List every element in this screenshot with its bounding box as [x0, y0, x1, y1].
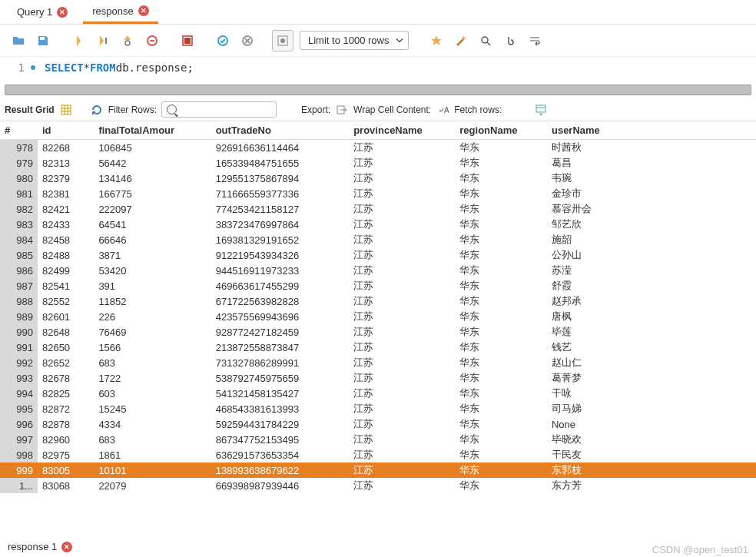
grid-view-icon[interactable] [59, 103, 73, 117]
cell[interactable]: 988 [0, 293, 38, 309]
cell[interactable]: 53420 [94, 263, 211, 278]
invisible-chars-button[interactable] [499, 30, 521, 51]
cell[interactable]: 慕容卅会 [547, 201, 756, 217]
cell[interactable]: 82381 [38, 186, 94, 201]
tab-response-1[interactable]: response 1 [8, 541, 57, 552]
cell[interactable]: 82601 [38, 309, 94, 324]
table-row[interactable]: 9908264876469928772427182459江苏华东毕莲 [0, 324, 756, 340]
cell[interactable]: 江苏 [349, 293, 455, 309]
cell[interactable]: 66646 [94, 232, 211, 247]
cell[interactable]: 华东 [455, 340, 547, 355]
col-outtradeno[interactable]: outTradeNo [211, 121, 350, 140]
cell[interactable]: 993 [0, 370, 38, 386]
cell[interactable]: 22079 [94, 478, 211, 493]
cell[interactable]: 979 [0, 155, 38, 171]
cell[interactable]: 82960 [38, 432, 94, 447]
cell[interactable]: 江苏 [349, 340, 455, 355]
cell[interactable]: 江苏 [349, 247, 455, 263]
table-row[interactable]: 1...8306822079669398987939446江苏华东东方芳 [0, 478, 756, 493]
find-button[interactable] [475, 30, 496, 51]
cell[interactable]: 钱艺 [547, 340, 756, 355]
autocommit-toggle[interactable] [272, 30, 293, 51]
cell[interactable]: 华东 [455, 201, 547, 217]
cell[interactable]: 683 [94, 432, 211, 447]
cell[interactable]: 774253421158127 [211, 201, 350, 217]
rollback-button[interactable] [237, 30, 258, 51]
cell[interactable]: 129551375867894 [211, 171, 350, 186]
cell[interactable]: 江苏 [349, 324, 455, 340]
cell[interactable]: 葛昌 [547, 155, 756, 171]
cell[interactable]: 391 [94, 278, 211, 293]
cell[interactable]: 991 [0, 340, 38, 355]
cell[interactable]: 83068 [38, 478, 94, 493]
cell[interactable]: 222097 [94, 201, 211, 217]
execute-current-button[interactable] [92, 30, 114, 51]
table-row[interactable]: 99482825603541321458135427江苏华东干咏 [0, 386, 756, 401]
close-icon[interactable]: ✕ [61, 542, 72, 552]
cell[interactable]: 56442 [94, 155, 211, 171]
col-id[interactable]: id [38, 121, 94, 140]
table-row[interactable]: 9868249953420944516911973233江苏华东苏滢 [0, 263, 756, 278]
tab-query1[interactable]: Query 1 ✕ [8, 2, 77, 22]
table-row[interactable]: 98282421222097774253421158127江苏华东慕容卅会 [0, 201, 756, 217]
cell[interactable]: 华东 [455, 324, 547, 340]
cell[interactable]: 82421 [38, 201, 94, 217]
cell[interactable]: 毕莲 [547, 324, 756, 340]
cell[interactable]: 912219543934326 [211, 247, 350, 263]
explain-button[interactable] [117, 30, 138, 51]
cell[interactable]: 82458 [38, 232, 94, 247]
table-row[interactable]: 99282652683731327886289991江苏华东赵山仁 [0, 355, 756, 370]
table-row[interactable]: 9958287215245468543381613993江苏华东司马娣 [0, 401, 756, 416]
beautify-button[interactable] [450, 30, 472, 51]
col-username[interactable]: userName [547, 121, 756, 140]
table-row[interactable]: 98982601226423575569943696江苏华东唐枫 [0, 309, 756, 324]
cell[interactable]: 邹艺欣 [547, 217, 756, 232]
cell[interactable]: 82975 [38, 447, 94, 463]
table-row[interactable]: 98182381166775711666559377336江苏华东金珍市 [0, 186, 756, 201]
cell[interactable]: 468543381613993 [211, 401, 350, 416]
cell[interactable]: 989 [0, 309, 38, 324]
cell[interactable]: 江苏 [349, 186, 455, 201]
col-rownum[interactable]: # [0, 121, 38, 140]
cell[interactable]: 华东 [455, 171, 547, 186]
cell[interactable]: 葛菁梦 [547, 370, 756, 386]
cell[interactable]: 226 [94, 309, 211, 324]
table-row[interactable]: 9888255211852671722563982828江苏华东赵邦承 [0, 293, 756, 309]
commit-button[interactable] [212, 30, 234, 51]
cell[interactable]: 82379 [38, 171, 94, 186]
cell[interactable]: 江苏 [349, 278, 455, 293]
cell[interactable]: 江苏 [349, 217, 455, 232]
cell[interactable]: 928772427182459 [211, 324, 350, 340]
cell[interactable]: 东方芳 [547, 478, 756, 493]
cell[interactable]: 669398987939446 [211, 478, 350, 493]
cell[interactable]: 169381329191652 [211, 232, 350, 247]
cell[interactable]: 166775 [94, 186, 211, 201]
cell[interactable]: 992 [0, 355, 38, 370]
table-row[interactable]: 993826781722538792745975659江苏华东葛菁梦 [0, 370, 756, 386]
cell[interactable]: 423575569943696 [211, 309, 350, 324]
col-provincename[interactable]: provinceName [349, 121, 455, 140]
cell[interactable]: 10101 [94, 463, 211, 478]
cell[interactable]: 时茜秋 [547, 140, 756, 156]
cell[interactable]: 华东 [455, 416, 547, 432]
col-regionname[interactable]: regionName [455, 121, 547, 140]
cell[interactable]: 江苏 [349, 155, 455, 171]
cell[interactable]: 江苏 [349, 201, 455, 217]
table-row[interactable]: 998829751861636291573653354江苏华东干民友 [0, 447, 756, 463]
cell[interactable]: 82488 [38, 247, 94, 263]
cell[interactable]: 998 [0, 447, 38, 463]
table-row[interactable]: 9848245866646169381329191652江苏华东施韶 [0, 232, 756, 247]
cell[interactable]: 华东 [455, 186, 547, 201]
table-row[interactable]: 98082379134146129551375867894江苏华东韦琬 [0, 171, 756, 186]
cell[interactable]: 江苏 [349, 432, 455, 447]
execute-button[interactable] [68, 30, 89, 51]
cell[interactable]: 司马娣 [547, 401, 756, 416]
cell[interactable]: None [547, 416, 756, 432]
cell[interactable]: 江苏 [349, 401, 455, 416]
cell[interactable]: 986 [0, 263, 38, 278]
row-limit-select[interactable]: Limit to 1000 rows [300, 31, 409, 50]
table-row[interactable]: 98782541391469663617455299江苏华东舒霞 [0, 278, 756, 293]
cell[interactable]: 82499 [38, 263, 94, 278]
cell[interactable]: 996 [0, 416, 38, 432]
cell[interactable]: 82552 [38, 293, 94, 309]
